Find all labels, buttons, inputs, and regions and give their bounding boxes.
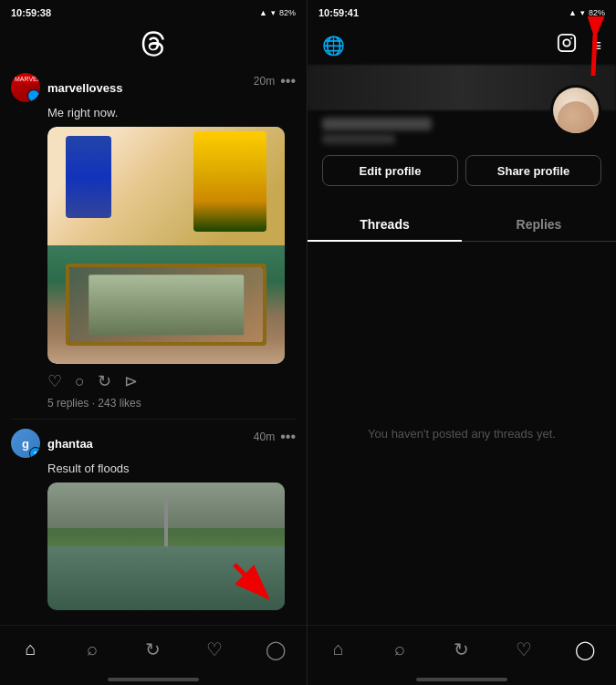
- profile-section: Edit profile Share profile: [308, 110, 616, 197]
- post-header-2: g + ghantaa 40m •••: [11, 429, 296, 458]
- post-user-info-2: ghantaa: [47, 437, 93, 451]
- globe-icon[interactable]: 🌐: [322, 35, 345, 57]
- avatar-g: g +: [11, 429, 40, 458]
- status-bar-left: 10:59:38 ▲ ▾ 82%: [0, 0, 307, 26]
- post-meta: 20m •••: [254, 73, 296, 89]
- profile-avatar-inner: [553, 88, 599, 133]
- status-icons-right: ▲ ▾ 82%: [569, 8, 605, 17]
- post-time-2: 40m: [254, 431, 275, 443]
- bottom-nav-right: ⌂ ⌕ ↻ ♡ ◯: [308, 625, 616, 676]
- repost-icon: ↻: [145, 638, 161, 660]
- profile-icon-right: ◯: [575, 638, 595, 660]
- edit-profile-button[interactable]: Edit profile: [322, 155, 458, 186]
- post-time-1: 20m: [254, 75, 275, 88]
- top-nav-left: [0, 26, 307, 64]
- signal-icon: ▲: [259, 8, 267, 17]
- nav-home-right[interactable]: ⌂: [320, 631, 357, 668]
- profile-buttons: Edit profile Share profile: [322, 155, 601, 186]
- right-panel: 10:59:41 ▲ ▾ 82% 🌐 ≡: [308, 0, 616, 685]
- status-icons-left: ▲ ▾ 82%: [259, 8, 296, 17]
- profile-name-blurred: [322, 118, 432, 130]
- battery-right: 82%: [589, 8, 605, 17]
- wifi-icon: ▾: [271, 8, 276, 17]
- profile-avatar: [550, 85, 601, 136]
- post-image-2: [47, 483, 296, 610]
- image-bottom-half: [47, 245, 285, 364]
- post-header-left: MARVEL + marvellovess: [11, 73, 122, 102]
- home-icon-right: ⌂: [333, 638, 344, 659]
- nav-search-right[interactable]: ⌕: [381, 631, 418, 668]
- right-nav-icons: ≡: [557, 33, 601, 57]
- nav-home-left[interactable]: ⌂: [13, 631, 49, 668]
- share-action-icon[interactable]: ⊳: [124, 371, 138, 391]
- nav-heart-left[interactable]: ♡: [196, 631, 233, 668]
- heart-icon: ♡: [206, 638, 223, 660]
- home-icon: ⌂: [26, 638, 37, 659]
- nav-profile-right[interactable]: ◯: [567, 631, 603, 668]
- svg-line-1: [235, 565, 264, 594]
- repost-action-icon[interactable]: ↻: [98, 371, 111, 391]
- wolverine-image: [47, 127, 285, 364]
- instagram-icon[interactable]: [557, 33, 577, 57]
- frame-border: [66, 264, 266, 346]
- wifi-icon-right: ▾: [580, 8, 585, 17]
- flood-image: [47, 483, 285, 610]
- post-meta-2: 40m •••: [254, 429, 296, 445]
- post-user-info: marvellovess: [47, 81, 122, 95]
- username-1: marvellovess: [47, 81, 122, 95]
- menu-icon[interactable]: ≡: [591, 37, 601, 54]
- profile-tabs: Threads Replies: [308, 208, 616, 242]
- red-arrow: [225, 555, 276, 606]
- nav-heart-right[interactable]: ♡: [506, 631, 542, 668]
- profile-handle-blurred: [322, 134, 395, 144]
- post-header-left-2: g + ghantaa: [11, 429, 93, 458]
- post-text-1: Me right now.: [11, 106, 296, 119]
- avatar-marvel: MARVEL +: [11, 73, 40, 102]
- svg-point-3: [564, 39, 570, 46]
- post-more-icon[interactable]: •••: [280, 73, 296, 89]
- post-actions: ♡ ○ ↻ ⊳: [11, 371, 296, 391]
- nav-repost-left[interactable]: ↻: [135, 631, 172, 668]
- image-top-half: [47, 127, 285, 254]
- home-indicator-right: [416, 678, 507, 681]
- nav-search-left[interactable]: ⌕: [74, 631, 110, 668]
- threads-logo: [141, 31, 166, 57]
- status-time-right: 10:59:41: [318, 7, 359, 18]
- marvel-label: MARVEL: [13, 75, 40, 83]
- tab-threads[interactable]: Threads: [308, 208, 462, 241]
- avatar-plus-icon: +: [29, 91, 40, 102]
- empty-state-text: You haven't posted any threads yet.: [368, 427, 556, 441]
- search-icon-right: ⌕: [394, 638, 405, 659]
- signal-icon-right: ▲: [569, 8, 577, 17]
- search-icon: ⌕: [87, 638, 98, 659]
- heart-icon-right: ♡: [516, 638, 532, 660]
- feed: MARVEL + marvellovess 20m ••• Me right n…: [0, 64, 307, 625]
- home-indicator-left: [108, 678, 199, 681]
- post-item: MARVEL + marvellovess 20m ••• Me right n…: [11, 64, 296, 420]
- post-image-1: [47, 127, 296, 364]
- post-item-2: g + ghantaa 40m ••• Result of floods: [11, 420, 296, 625]
- post-stats-1: 5 replies · 243 likes: [11, 397, 296, 410]
- post-text-2: Result of floods: [11, 462, 296, 475]
- nav-repost-right[interactable]: ↻: [444, 631, 480, 668]
- left-panel: 10:59:38 ▲ ▾ 82% MARVEL + marvellovess: [0, 0, 308, 685]
- share-profile-button[interactable]: Share profile: [465, 155, 601, 186]
- post-header: MARVEL + marvellovess 20m •••: [11, 73, 296, 102]
- status-bar-right: 10:59:41 ▲ ▾ 82%: [308, 0, 616, 26]
- bottom-nav-left: ⌂ ⌕ ↻ ♡ ◯: [0, 625, 307, 676]
- svg-point-4: [571, 37, 573, 39]
- comment-action-icon[interactable]: ○: [75, 372, 85, 391]
- avatar-plus-icon-2: +: [29, 447, 40, 458]
- username-2: ghantaa: [47, 437, 93, 451]
- heart-action-icon[interactable]: ♡: [47, 371, 62, 391]
- top-nav-right: 🌐 ≡: [308, 26, 616, 65]
- status-time-left: 10:59:38: [11, 7, 51, 18]
- repost-icon-right: ↻: [454, 638, 469, 660]
- post-more-icon-2[interactable]: •••: [280, 429, 296, 445]
- avatar-letter: g: [22, 437, 29, 451]
- tab-replies[interactable]: Replies: [462, 208, 616, 241]
- empty-state: You haven't posted any threads yet.: [308, 242, 616, 625]
- battery-left: 82%: [279, 8, 296, 17]
- nav-profile-left[interactable]: ◯: [257, 631, 294, 668]
- profile-icon: ◯: [266, 638, 286, 660]
